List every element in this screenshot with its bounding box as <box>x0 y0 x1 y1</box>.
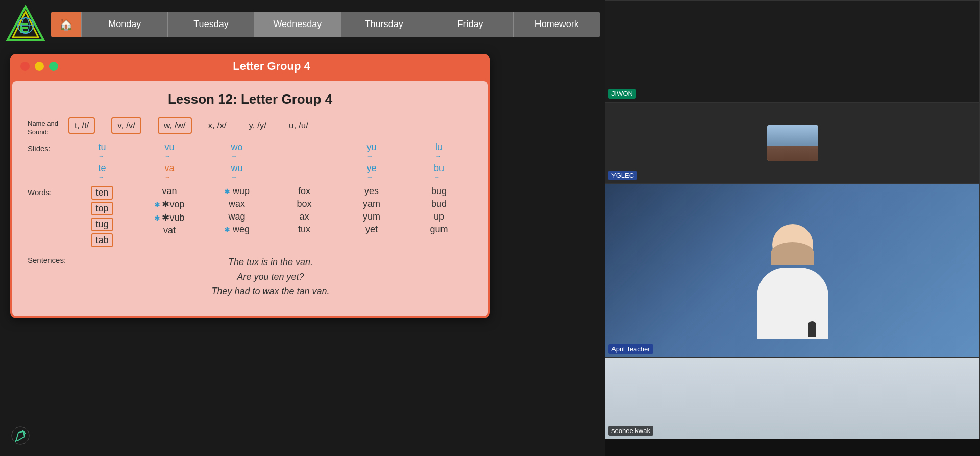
slide-word-te: te→ <box>98 163 106 181</box>
word-fox: fox <box>298 186 310 197</box>
word-bug: bug <box>431 186 447 197</box>
word-yam: yam <box>363 199 380 209</box>
tab-wednesday[interactable]: Wednesday <box>255 12 341 37</box>
video-slot-yglec: YGLEC <box>605 102 980 184</box>
word-ax: ax <box>299 211 309 222</box>
participant-label-april: April Teacher <box>608 344 653 354</box>
participant-label-jiwon: JIWON <box>608 89 636 99</box>
slide-word-tu: tu→ <box>98 142 106 160</box>
sentences-text: The tux is in the van. Are you ten yet? … <box>68 255 473 299</box>
slide-container: Letter Group 4 Lesson 12: Letter Group 4… <box>0 49 605 456</box>
words-row: Words: ten top tug tab van ✱vop <box>28 186 473 247</box>
word-top: top <box>91 202 112 215</box>
word-weg: ✱ weg <box>224 224 250 235</box>
word-col-v: van ✱vop ✱vub vat <box>136 186 203 247</box>
slide-window-title: Letter Group 4 <box>63 60 480 73</box>
video-slot-jiwon: JIWON <box>605 0 980 102</box>
top-bar: E 🏠 Monday Tuesday Wednesday Thursday Fr… <box>0 0 605 49</box>
word-tux: tux <box>298 224 310 235</box>
tab-monday[interactable]: Monday <box>82 12 168 37</box>
name-sound-label: Name andSound: <box>28 117 68 137</box>
tab-friday[interactable]: Friday <box>427 12 513 37</box>
nav-tabs: 🏠 Monday Tuesday Wednesday Thursday Frid… <box>51 12 600 37</box>
word-yes: yes <box>364 186 379 197</box>
word-wag: wag <box>228 211 245 222</box>
video-slot-seohee: seohee kwak <box>605 357 980 439</box>
svg-point-6 <box>12 427 29 444</box>
slide-col-t: tu→ te→ <box>68 142 136 181</box>
word-bud: bud <box>431 199 447 209</box>
slide-col-w: wo→ wu→ <box>203 142 271 181</box>
main-area: E 🏠 Monday Tuesday Wednesday Thursday Fr… <box>0 0 605 456</box>
word-yet: yet <box>365 224 378 235</box>
tab-tuesday[interactable]: Tuesday <box>168 12 254 37</box>
word-ten: ten <box>91 186 112 200</box>
word-col-y: yes yam yum yet <box>338 186 405 247</box>
word-wax: wax <box>229 199 245 209</box>
slide-word-yu: yu→ <box>366 142 376 160</box>
phoneme-list: t, /t/ v, /v/ w, /w/ x, /x/ y, /y/ u, /u… <box>68 117 473 134</box>
phoneme-w: w, /w/ <box>158 117 192 134</box>
word-col-t: ten top tug tab <box>68 186 136 247</box>
word-wup: ✱ wup <box>224 186 250 197</box>
slide-word-lu: lu→ <box>435 142 443 160</box>
participant-label-yglec: YGLEC <box>608 171 637 180</box>
word-vat: vat <box>163 225 176 236</box>
word-col-x: fox box ax tux <box>271 186 338 247</box>
slide-titlebar: Letter Group 4 <box>10 54 490 79</box>
slide-col-u: lu→ bu→ <box>405 142 473 181</box>
word-col-w: ✱ wup wax wag ✱ weg <box>203 186 271 247</box>
video-slot-april: April Teacher <box>605 184 980 357</box>
slide-word-wo: wo→ <box>231 142 242 160</box>
slides-row: Slides: tu→ te→ vu→ va→ <box>28 142 473 181</box>
phoneme-u: u, /u/ <box>289 121 308 131</box>
slide-window: Letter Group 4 Lesson 12: Letter Group 4… <box>10 54 490 318</box>
phoneme-v: v, /v/ <box>111 117 141 134</box>
traffic-light-yellow[interactable] <box>35 62 44 71</box>
right-panel: JIWON YGLEC April Teacher <box>605 0 980 456</box>
word-up: up <box>434 211 444 222</box>
name-sound-row: Name andSound: t, /t/ v, /v/ w, /w/ x, /… <box>28 117 473 137</box>
traffic-light-green[interactable] <box>49 62 58 71</box>
sentences-label: Sentences: <box>28 255 68 299</box>
tab-home[interactable]: 🏠 <box>51 12 82 37</box>
slide-word-va: va→ <box>164 163 174 181</box>
word-vub: ✱vub <box>154 212 184 223</box>
slides-label: Slides: <box>28 142 68 153</box>
slide-word-bu: bu→ <box>434 163 444 181</box>
slide-col-y: yu→ ye→ <box>338 142 405 181</box>
word-van: van <box>162 186 177 197</box>
edit-icon[interactable] <box>10 425 31 446</box>
slide-col-v: vu→ va→ <box>136 142 203 181</box>
traffic-light-red[interactable] <box>20 62 30 71</box>
phoneme-y: y, /y/ <box>249 121 266 131</box>
tab-thursday[interactable]: Thursday <box>341 12 427 37</box>
slide-word-ye: ye→ <box>366 163 376 181</box>
sentences-section: Sentences: The tux is in the van. Are yo… <box>28 255 473 299</box>
lesson-title: Lesson 12: Letter Group 4 <box>28 91 473 107</box>
word-gum: gum <box>430 224 448 235</box>
word-tab: tab <box>91 233 112 247</box>
slide-words-list: tu→ te→ vu→ va→ wo→ wu→ <box>68 142 473 181</box>
word-columns: ten top tug tab van ✱vop ✱vub vat <box>68 186 473 247</box>
participant-label-seohee: seohee kwak <box>608 426 653 436</box>
phoneme-t: t, /t/ <box>68 117 95 134</box>
word-yum: yum <box>363 211 380 222</box>
words-label: Words: <box>28 186 68 197</box>
word-vop: ✱vop <box>154 199 184 210</box>
phoneme-x: x, /x/ <box>208 121 227 131</box>
slide-content: Lesson 12: Letter Group 4 Name andSound:… <box>12 81 488 316</box>
logo: E <box>5 4 46 45</box>
word-tug: tug <box>91 218 112 231</box>
tab-homework[interactable]: Homework <box>514 12 600 37</box>
slide-col-x <box>271 142 338 181</box>
word-box: box <box>297 199 311 209</box>
word-col-u: bug bud up gum <box>405 186 473 247</box>
slide-word-vu: vu→ <box>164 142 174 160</box>
slide-word-wu: wu→ <box>231 163 242 181</box>
